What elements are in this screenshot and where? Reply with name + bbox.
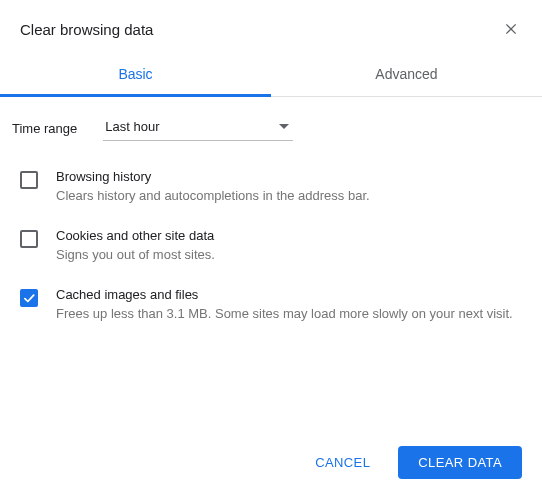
tabs: Basic Advanced bbox=[0, 54, 542, 97]
time-range-row: Time range Last hour bbox=[12, 115, 522, 141]
dialog-title: Clear browsing data bbox=[20, 21, 153, 38]
option-title: Cached images and files bbox=[56, 287, 513, 302]
time-range-select[interactable]: Last hour bbox=[103, 115, 293, 141]
option-text: Cached images and files Frees up less th… bbox=[56, 287, 513, 324]
dialog-content: Time range Last hour Browsing history Cl… bbox=[0, 97, 542, 432]
check-icon bbox=[22, 291, 36, 305]
option-text: Browsing history Clears history and auto… bbox=[56, 169, 370, 206]
chevron-down-icon bbox=[279, 124, 289, 129]
clear-data-button[interactable]: CLEAR DATA bbox=[398, 446, 522, 479]
option-row-browsing-history: Browsing history Clears history and auto… bbox=[12, 169, 522, 206]
option-desc: Frees up less than 3.1 MB. Some sites ma… bbox=[56, 305, 513, 324]
dialog-header: Clear browsing data bbox=[0, 0, 542, 54]
tab-basic[interactable]: Basic bbox=[0, 54, 271, 96]
dialog-footer: CANCEL CLEAR DATA bbox=[0, 432, 542, 503]
cancel-button[interactable]: CANCEL bbox=[295, 446, 390, 479]
time-range-label: Time range bbox=[12, 121, 77, 136]
checkbox-browsing-history[interactable] bbox=[20, 171, 38, 189]
option-desc: Clears history and autocompletions in th… bbox=[56, 187, 370, 206]
option-title: Cookies and other site data bbox=[56, 228, 215, 243]
close-button[interactable] bbox=[500, 18, 522, 40]
option-title: Browsing history bbox=[56, 169, 370, 184]
clear-browsing-data-dialog: Clear browsing data Basic Advanced Time … bbox=[0, 0, 542, 503]
close-icon bbox=[504, 22, 518, 36]
option-row-cookies: Cookies and other site data Signs you ou… bbox=[12, 228, 522, 265]
option-row-cached: Cached images and files Frees up less th… bbox=[12, 287, 522, 324]
tab-advanced[interactable]: Advanced bbox=[271, 54, 542, 96]
checkbox-cookies[interactable] bbox=[20, 230, 38, 248]
time-range-value: Last hour bbox=[105, 119, 159, 134]
option-desc: Signs you out of most sites. bbox=[56, 246, 215, 265]
checkbox-cached[interactable] bbox=[20, 289, 38, 307]
option-text: Cookies and other site data Signs you ou… bbox=[56, 228, 215, 265]
